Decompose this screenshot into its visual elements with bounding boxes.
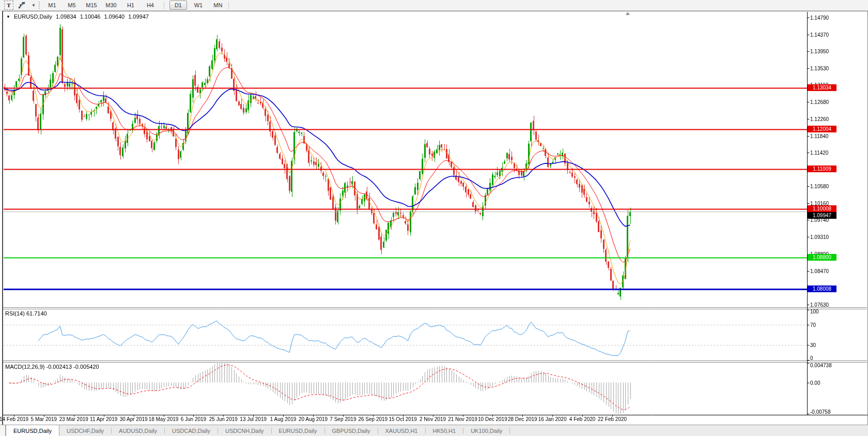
price-axis-tick: 1.10580 [810,184,829,189]
text-tool-button[interactable]: T [4,1,13,10]
time-axis-date: 25 Jun 2019 [209,416,238,422]
chart-tab-bar: EURUSD,DailyUSDCHF,DailyAUDUSD,DailyUSDC… [0,425,868,436]
level-price-label: 1.08008 [808,285,836,292]
rsi-scale-tick: 30 [810,342,816,348]
arrows-tool-icon [18,2,25,9]
timeframe-button-d1[interactable]: D1 [169,1,187,10]
time-axis-date: 28 Dec 2019 [508,416,537,422]
toolbar-separator [228,2,229,9]
timeframe-button-m30[interactable]: M30 [103,1,119,9]
time-axis-date: 5 Mar 2019 [31,416,57,422]
tab-divider [509,428,510,434]
current-price-label: 1.09947 [808,212,836,219]
rsi-scale-tick: 0 [810,355,813,361]
level-price-label: 1.08800 [808,254,836,261]
tab-gbpusd-daily[interactable]: GBPUSD,Daily [325,425,378,436]
timeframe-group: M1M5M15M30H1H4D1W1MN [44,1,226,10]
tab-usdcad-daily[interactable]: USDCAD,Daily [165,425,218,436]
time-axis-date: 21 Nov 2019 [448,416,477,422]
price-axis-tick: 1.12680 [810,99,829,105]
time-axis-date: 30 Apr 2019 [120,416,148,422]
price-axis-tick: 1.12260 [810,116,829,122]
timeframe-button-m15[interactable]: M15 [83,1,100,9]
time-axis-date: 10 Dec 2019 [478,416,507,422]
level-price-label: 1.10008 [808,205,836,212]
price-axis-tick: 1.11840 [810,133,828,139]
time-axis-date: 20 Aug 2019 [299,416,328,422]
time-axis-date: 15 Oct 2019 [389,416,416,422]
price-axis-tick: 1.14370 [810,32,829,38]
quote-open: 1.09834 [56,13,76,20]
quote-low: 1.09640 [104,13,125,20]
price-axis-tick: 1.07630 [810,302,829,308]
time-axis-date: 6 Jun 2019 [181,416,207,422]
tab-audusd-daily[interactable]: AUDUSD,Daily [112,425,164,436]
symbol-period-label: EURUSD,Daily [14,13,52,20]
macd-scale-tick: 0.004738 [810,363,832,368]
time-axis-date: 4 Feb 2020 [569,416,596,422]
arrows-tool-button[interactable] [13,1,30,9]
time-axis-date: 26 Sep 2019 [358,416,388,422]
timeframe-button-w1[interactable]: W1 [190,1,207,9]
quote-close: 1.09947 [128,13,149,20]
tool-dropdown-caret[interactable]: ▼ [32,3,36,8]
time-axis-date: 22 Feb 2020 [598,416,627,422]
timeframe-button-h4[interactable]: H4 [142,1,159,9]
time-axis-date: 2 Nov 2019 [420,416,446,422]
rsi-scale-tick: 70 [810,322,816,328]
top-toolbar: T ▼ M1M5M15M30H1H4D1W1MN [0,0,868,11]
tab-eurusd-daily[interactable]: EURUSD,Daily [6,425,59,436]
macd-scale-tick: -0.00758 [810,409,830,415]
price-axis-tick: 1.08470 [810,268,829,274]
tab-stub[interactable] [0,425,6,436]
chart-window [2,11,868,425]
collapse-chart-icon[interactable]: ▼ [6,14,10,19]
tab-usdchf-daily[interactable]: USDCHF,Daily [59,425,111,436]
time-axis-date: 13 Jul 2019 [240,416,267,422]
time-axis-date: 11 Apr 2019 [90,416,117,422]
tab-hk50-h1[interactable]: HK50,H1 [426,425,463,436]
time-axis-date: 16 Jan 2020 [538,416,567,422]
quote-high: 1.10046 [80,13,101,20]
level-price-label: 1.13034 [808,84,836,91]
tab-eurusd-daily[interactable]: EURUSD,Daily [272,425,324,436]
tab-uk100-daily[interactable]: UK100,Daily [463,425,509,436]
chart-quote-header[interactable]: ▼ EURUSD,Daily 1.09834 1.10046 1.09640 1… [6,13,149,20]
timeframe-button-m5[interactable]: M5 [64,1,80,9]
price-axis-tick: 1.11420 [810,150,828,156]
macd-scale-tick: 0.00 [810,380,820,386]
price-axis-tick: 1.09310 [810,234,829,240]
time-axis-date: 18 May 2019 [149,416,179,422]
toolbar-grip[interactable] [39,2,41,9]
timeframe-button-mn[interactable]: MN [210,1,226,9]
level-price-label: 1.12004 [808,126,836,132]
timeframe-button-h1[interactable]: H1 [122,1,139,9]
time-axis-date: 7 Sep 2019 [330,416,356,422]
toolbar-separator [164,2,164,9]
time-axis-date: 14 Feb 2019 [0,416,28,422]
tab-usdcnh-daily[interactable]: USDCNH,Daily [218,425,271,436]
price-axis-tick: 1.13950 [810,49,829,54]
price-axis-tick: 1.13530 [810,66,829,71]
tab-xauusd-h1[interactable]: XAUUSD,H1 [378,425,425,436]
price-axis-tick: 1.14790 [810,15,829,21]
timeframe-button-m1[interactable]: M1 [44,1,60,9]
chart-shift-marker[interactable] [626,12,630,15]
macd-indicator-label: MACD(12,26,9) -0.002413 -0.005420 [5,364,99,370]
level-price-label: 1.11009 [808,166,836,172]
rsi-scale-tick: 100 [810,309,819,314]
time-axis-date: 1 Aug 2019 [270,416,297,422]
rsi-indicator-label: RSI(14) 61.7140 [5,310,47,317]
time-axis-date: 23 Mar 2019 [59,416,88,422]
